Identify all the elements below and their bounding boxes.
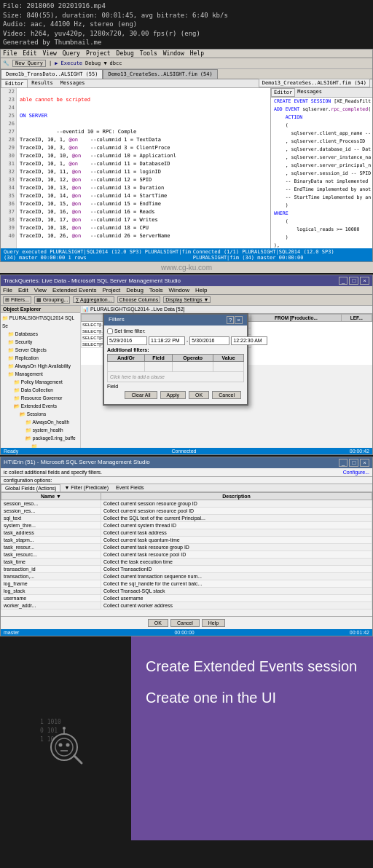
new-query-button[interactable]: New Query xyxy=(12,60,46,67)
oe-item-management[interactable]: 📁 Management xyxy=(2,370,79,378)
svg-point-4 xyxy=(55,738,73,756)
clear-all-button[interactable]: Clear All xyxy=(125,391,157,399)
erin-minimize[interactable]: _ xyxy=(339,459,348,467)
configure-btn[interactable]: Configure... xyxy=(343,470,369,475)
tab-event-fields[interactable]: Event Fields xyxy=(112,484,148,492)
oe-item-alwayson[interactable]: 📁 AlwaysOn High Availability xyxy=(2,362,79,370)
oe-item-package0[interactable]: 📂 package0.ring_buffe xyxy=(2,434,79,442)
time-filter-label: Set time filter: xyxy=(114,328,146,334)
file-info-bar: File: 2018060 20201916.mp4 Size: 840(55)… xyxy=(0,0,373,49)
menu2-project[interactable]: Project xyxy=(102,287,120,293)
filter-val-1[interactable] xyxy=(213,361,244,371)
close-btn[interactable]: × xyxy=(360,277,369,285)
live-tab-name[interactable]: 📊 PLURALSIGHT\SQL2014-..Live Data [52] xyxy=(82,307,185,312)
toolbar-execute[interactable]: ▶ Execute xyxy=(55,60,82,66)
oe-item-alwayson-health[interactable]: 📁 AlwaysOn_health xyxy=(2,418,79,426)
tab-filter-predicate[interactable]: ▼ Filter (Predicate) xyxy=(60,484,112,492)
filter-andor-1[interactable] xyxy=(108,361,145,371)
tab-demo1b[interactable]: Demo1b_TransDato..ALSIGHT (55) xyxy=(1,69,103,79)
menu-window[interactable]: Window xyxy=(163,50,184,57)
oe-item-package0-2[interactable]: 📁 package0.ring_buffe xyxy=(2,442,79,448)
tab-global-fields[interactable]: Global Fields (Actions) xyxy=(1,484,60,492)
oe-item-resourcegovernor[interactable]: 📁 Resource Governor xyxy=(2,394,79,402)
tab-demo13[interactable]: Demo13_CreateSes..ALSIGHT.fim (54) xyxy=(103,69,217,79)
time-from-input[interactable] xyxy=(149,336,185,345)
toolbar2-aggregation[interactable]: ∑ Aggregation... xyxy=(73,296,114,303)
col-field: Field xyxy=(144,354,173,361)
menu-project[interactable]: Project xyxy=(86,50,111,57)
bottom-left-icon: 1 1010 0 1010 1 10 xyxy=(0,840,131,868)
oe-item-security[interactable]: 📁 Security xyxy=(2,338,79,346)
menu2-help[interactable]: Help xyxy=(195,287,207,293)
ext-row-11: transaction,... Collect current transact… xyxy=(1,572,372,580)
menu-edit[interactable]: Edit xyxy=(23,50,36,57)
cancel-button[interactable]: Cancel xyxy=(212,391,241,399)
oe-item-extendedevents[interactable]: 📂 Extended Events xyxy=(2,402,79,410)
erin-maximize[interactable]: □ xyxy=(349,459,358,467)
menu2-tools[interactable]: Tools xyxy=(149,287,163,293)
oe-item-serverobjects[interactable]: 📁 Server Objects xyxy=(2,346,79,354)
toolbar2-columns[interactable]: Choose Columns xyxy=(117,296,161,303)
date-from-input[interactable] xyxy=(107,336,147,345)
subtab-messages-1[interactable]: Messages xyxy=(57,79,89,87)
ext-desc-11: Collect current transaction sequence num… xyxy=(101,572,372,580)
menu-tools[interactable]: Tools xyxy=(140,50,157,57)
ext-desc-5: Collect current task address xyxy=(101,529,372,536)
toolbar-debug[interactable]: Debug ▼ xyxy=(85,60,107,66)
oe-item-sessions[interactable]: 📂 Sessions xyxy=(2,410,79,418)
time-to-input[interactable] xyxy=(231,336,267,345)
menu2-view[interactable]: View xyxy=(34,287,47,293)
menu2-extendedevents[interactable]: Extended Events xyxy=(52,287,96,293)
time-range-row: - xyxy=(107,336,244,345)
ssms-tab-bar-1: Demo1b_TransDato..ALSIGHT (55) Demo13_Cr… xyxy=(1,69,372,79)
ok-button[interactable]: OK xyxy=(189,391,209,399)
menu-file[interactable]: File xyxy=(3,50,17,57)
erin-cancel-button[interactable]: Cancel xyxy=(170,619,200,627)
td-6 xyxy=(341,328,372,334)
erin-close[interactable]: × xyxy=(360,459,369,467)
subtab-editor-1[interactable]: Editor xyxy=(1,79,28,87)
filter-field-1[interactable] xyxy=(144,361,173,371)
time-filter-checkbox[interactable] xyxy=(107,328,113,334)
menu-help[interactable]: Help xyxy=(190,50,204,57)
menu-view[interactable]: View xyxy=(43,50,57,57)
erin-ok-button[interactable]: OK xyxy=(148,619,168,627)
to-separator: - xyxy=(186,338,188,343)
right-subtab-editor[interactable]: Editor xyxy=(271,88,295,97)
date-to-input[interactable] xyxy=(189,336,229,345)
minimize-btn[interactable]: _ xyxy=(339,277,348,285)
filters-title: Filters xyxy=(109,316,125,324)
oe-item-databases[interactable]: 📁 Databases xyxy=(2,330,79,338)
menu2-window[interactable]: Window xyxy=(169,287,189,293)
oe-item-sql2014[interactable]: 📁 PLURALSIGHT\SQL2014 SQL Se xyxy=(2,314,79,330)
menu-query[interactable]: Query xyxy=(63,50,80,57)
oe-item-replication[interactable]: 📁 Replication xyxy=(2,354,79,362)
toolbar2-grouping[interactable]: ▦ Grouping... xyxy=(34,296,71,304)
toolbar-dbcc[interactable]: dbcc xyxy=(110,60,122,66)
oe-item-datacollection[interactable]: 📁 Data Collection xyxy=(2,386,79,394)
right-subtab-messages[interactable]: Messages xyxy=(295,88,324,97)
col-value: Value xyxy=(213,354,244,361)
ext-name-7: task_resour... xyxy=(1,543,101,551)
dialog-help-icon[interactable]: ? xyxy=(227,316,234,324)
dialog-controls: ? × xyxy=(227,316,243,324)
menu2-debug[interactable]: Debug xyxy=(126,287,144,293)
additional-filters-label: Additional filters: xyxy=(107,347,244,352)
menu2-file[interactable]: File xyxy=(3,287,12,293)
ext-desc-6: Collect current task quantum-time xyxy=(101,536,372,543)
status-text-1: Query executed PLURALSIGHT|SQL2014 (12.0… xyxy=(4,249,193,261)
oe-item-policymanagement[interactable]: 📁 Policy Management xyxy=(2,378,79,386)
erin-help-button[interactable]: Help xyxy=(202,619,225,627)
tab-demo13-right[interactable]: Demo13_CreateSes..ALSIGHT.fim (54) xyxy=(259,79,370,87)
menu-debug[interactable]: Debug xyxy=(117,50,134,57)
filter-op-1[interactable] xyxy=(173,361,213,371)
toolbar2-filters[interactable]: ⊞ Filters... xyxy=(3,296,31,304)
apply-button[interactable]: Apply xyxy=(160,391,186,399)
maximize-btn[interactable]: □ xyxy=(349,277,358,285)
oe-item-system-health[interactable]: 📁 system_health xyxy=(2,426,79,434)
menu2-edit[interactable]: Edit xyxy=(18,287,28,293)
dialog-close-icon[interactable]: × xyxy=(235,316,243,324)
toolbar2-display[interactable]: Display Settings ▼ xyxy=(163,296,211,303)
code-area[interactable]: able cannot be scripted ON SERVER --even… xyxy=(17,88,270,248)
subtab-results-1[interactable]: Results xyxy=(28,79,57,87)
